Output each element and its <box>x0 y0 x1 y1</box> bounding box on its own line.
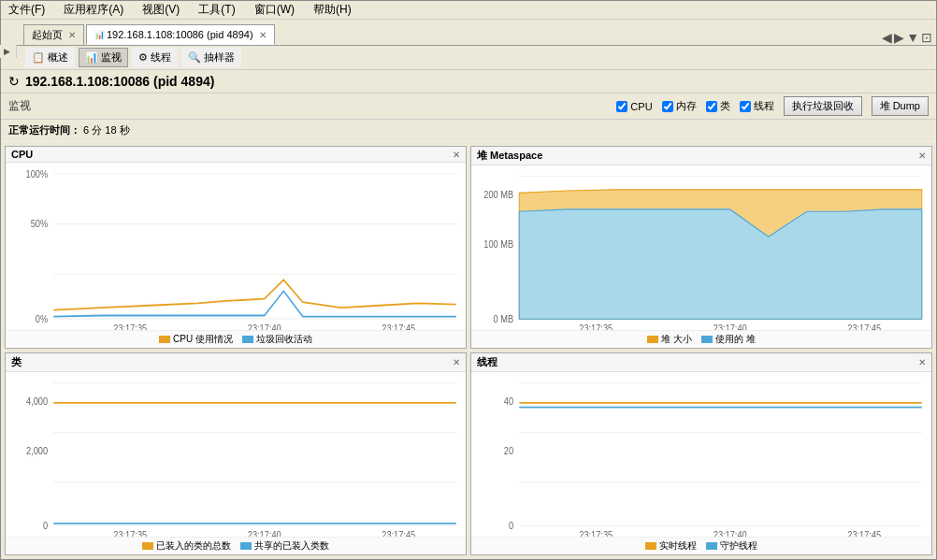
threads-legend-orange-color <box>645 542 656 550</box>
heap-legend-orange-color <box>647 336 658 343</box>
threads-icon: ⚙ <box>138 51 148 64</box>
heap-legend-blue-label: 使用的 堆 <box>715 333 756 346</box>
svg-rect-24 <box>6 372 466 537</box>
threads-chart-panel: 线程 ✕ 40 20 0 23:17:35 23:17:40 <box>470 352 932 555</box>
cpu-legend-orange-label: CPU 使用情况 <box>173 333 233 346</box>
refresh-icon: ↻ <box>8 74 20 89</box>
classes-chart-legend: 已装入的类的总数 共享的已装入类数 <box>6 537 466 554</box>
classes-chart-title: 类 <box>11 355 22 369</box>
svg-text:23:17:35: 23:17:35 <box>113 323 147 330</box>
check-cpu[interactable]: CPU <box>616 101 652 112</box>
svg-text:23:17:40: 23:17:40 <box>248 530 281 537</box>
cpu-chart-title: CPU <box>11 149 33 160</box>
toolbar-overview[interactable]: 📋 概述 <box>25 48 75 67</box>
heap-chart-close[interactable]: ✕ <box>918 151 926 161</box>
threads-legend-blue: 守护线程 <box>706 539 757 553</box>
cpu-chart-body: 100% 50% 0% 23:17:35 23:17:40 23:17:45 <box>6 163 466 330</box>
overview-icon: 📋 <box>32 51 45 64</box>
heap-legend-orange: 堆 大小 <box>647 333 692 346</box>
heap-chart-title: 堆 Metaspace <box>477 149 542 163</box>
classes-chart-body: 4,000 2,000 0 23:17:35 23:17:40 23:17:45 <box>6 372 466 537</box>
menu-file[interactable]: 文件(F) <box>5 2 49 18</box>
tab-monitor[interactable]: 📊 192.168.1.108:10086 (pid 4894) ✕ <box>86 24 275 45</box>
heap-chart-header: 堆 Metaspace ✕ <box>471 147 931 165</box>
cpu-chart-legend: CPU 使用情况 垃圾回收活动 <box>6 330 466 348</box>
svg-text:2,000: 2,000 <box>26 445 49 456</box>
tab-start[interactable]: 起始页 ✕ <box>23 24 84 45</box>
cpu-legend-blue: 垃圾回收活动 <box>242 333 312 346</box>
svg-text:23:17:45: 23:17:45 <box>847 530 881 537</box>
uptime-bar: 正常运行时间： 6 分 18 秒 <box>1 120 936 142</box>
menu-bar: 文件(F) 应用程序(A) 视图(V) 工具(T) 窗口(W) 帮助(H) <box>1 1 936 20</box>
tab-start-close[interactable]: ✕ <box>68 30 76 40</box>
classes-chart-close[interactable]: ✕ <box>453 357 460 367</box>
heap-dump-button[interactable]: 堆 Dump <box>872 96 929 116</box>
check-class-input[interactable] <box>706 101 717 112</box>
check-class[interactable]: 类 <box>706 99 730 113</box>
svg-text:23:17:40: 23:17:40 <box>248 323 281 330</box>
classes-legend-blue-color <box>240 542 252 550</box>
heap-chart-svg: 200 MB 100 MB 0 MB 23:17:35 23:17:40 23:… <box>471 165 931 330</box>
check-memory-input[interactable] <box>662 101 673 112</box>
side-icon-1: ▶ <box>0 45 16 58</box>
threads-legend-orange: 实时线程 <box>645 539 697 553</box>
classes-legend-orange-label: 已装入的类的总数 <box>156 539 231 553</box>
overview-label: 概述 <box>48 50 68 65</box>
menu-view[interactable]: 视图(V) <box>138 2 183 18</box>
threads-chart-legend: 实时线程 守护线程 <box>471 537 931 554</box>
heap-legend-blue-color <box>701 336 713 343</box>
monitor-label: 监视 <box>101 50 122 65</box>
check-memory[interactable]: 内存 <box>662 99 697 113</box>
threads-legend-blue-color <box>706 542 717 550</box>
menu-app[interactable]: 应用程序(A) <box>60 2 127 18</box>
cpu-chart-close[interactable]: ✕ <box>453 150 460 160</box>
svg-text:23:17:35: 23:17:35 <box>113 530 147 537</box>
menu-window[interactable]: 窗口(W) <box>251 2 298 18</box>
cpu-chart-header: CPU ✕ <box>6 147 466 163</box>
gc-button[interactable]: 执行垃圾回收 <box>784 96 862 116</box>
cpu-legend-orange: CPU 使用情况 <box>159 333 233 346</box>
check-memory-label: 内存 <box>676 99 697 113</box>
tab-monitor-label: 192.168.1.108:10086 (pid 4894) <box>107 29 253 40</box>
svg-text:23:17:40: 23:17:40 <box>714 530 747 537</box>
svg-text:0 MB: 0 MB <box>494 313 514 324</box>
threads-chart-body: 40 20 0 23:17:35 23:17:40 23:17:45 <box>471 372 931 537</box>
check-cpu-input[interactable] <box>616 101 627 112</box>
monitor-checks: CPU 内存 类 线程 执行垃圾回收 堆 Dump <box>616 96 929 116</box>
heap-chart-legend: 堆 大小 使用的 堆 <box>471 330 931 348</box>
tab-prev-icon[interactable]: ◀ <box>882 30 892 45</box>
sampler-label: 抽样器 <box>204 50 235 65</box>
threads-chart-close[interactable]: ✕ <box>918 357 926 367</box>
tab-menu-icon[interactable]: ▼ <box>906 30 919 45</box>
cpu-legend-orange-color <box>159 336 170 343</box>
app-title: 192.168.1.108:10086 (pid 4894) <box>25 74 214 89</box>
check-thread[interactable]: 线程 <box>740 99 774 113</box>
check-cpu-label: CPU <box>630 101 652 112</box>
toolbar-sampler[interactable]: 🔍 抽样器 <box>181 48 241 67</box>
tab-start-label: 起始页 <box>32 28 63 42</box>
heap-chart-panel: 堆 Metaspace ✕ 200 MB 100 MB 0 MB 23:17:3 <box>470 146 932 349</box>
tab-nav: ◀ ▶ ▼ ⊡ <box>882 30 936 45</box>
tab-monitor-close[interactable]: ✕ <box>259 30 267 40</box>
toolbar-monitor[interactable]: 📊 监视 <box>79 48 128 67</box>
cpu-legend-blue-label: 垃圾回收活动 <box>256 333 312 346</box>
svg-text:200 MB: 200 MB <box>483 190 513 201</box>
threads-chart-svg: 40 20 0 23:17:35 23:17:40 23:17:45 <box>471 372 931 537</box>
tab-next-icon[interactable]: ▶ <box>894 30 904 45</box>
classes-legend-orange: 已装入的类的总数 <box>142 539 231 553</box>
threads-chart-title: 线程 <box>477 355 497 369</box>
svg-text:23:17:40: 23:17:40 <box>714 323 747 330</box>
uptime-value: 6 分 18 秒 <box>83 124 130 136</box>
menu-help[interactable]: 帮助(H) <box>310 2 355 18</box>
tab-restore-icon[interactable]: ⊡ <box>921 30 932 45</box>
svg-text:0: 0 <box>509 520 514 531</box>
svg-text:23:17:45: 23:17:45 <box>847 323 881 330</box>
toolbar-threads[interactable]: ⚙ 线程 <box>132 48 178 67</box>
charts-area: CPU ✕ 100% 50% 0% 23:17:35 <box>1 142 936 559</box>
svg-text:23:17:35: 23:17:35 <box>579 323 613 330</box>
classes-legend-orange-color <box>142 542 153 550</box>
svg-text:23:17:45: 23:17:45 <box>382 530 415 537</box>
menu-tools[interactable]: 工具(T) <box>195 2 238 18</box>
check-thread-input[interactable] <box>740 101 751 112</box>
svg-text:100%: 100% <box>26 168 49 179</box>
